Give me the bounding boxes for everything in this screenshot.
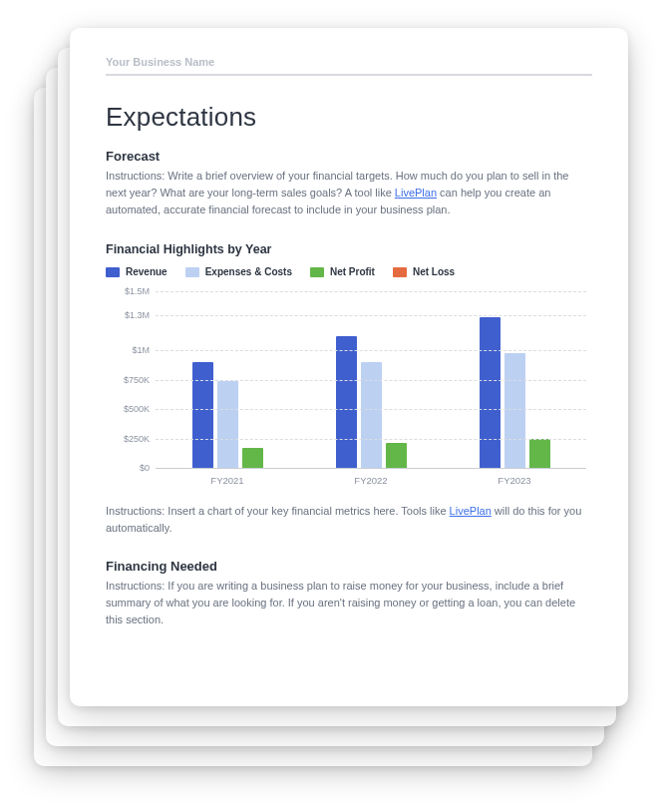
y-tick-label: $500K xyxy=(106,404,150,414)
page-title: Expectations xyxy=(106,102,592,133)
legend-swatch xyxy=(310,267,324,277)
bar xyxy=(217,381,238,468)
y-tick-label: $1M xyxy=(106,345,150,355)
y-tick-label: $1.5M xyxy=(106,286,150,296)
grid-line xyxy=(156,291,586,292)
legend-item: Net Loss xyxy=(393,266,455,277)
bar xyxy=(386,443,407,468)
grid-line xyxy=(156,350,586,351)
chart-title: Financial Highlights by Year xyxy=(106,242,592,256)
legend-label: Net Loss xyxy=(413,266,455,277)
bar xyxy=(192,362,213,468)
grid-line xyxy=(156,439,586,440)
legend-label: Revenue xyxy=(126,266,168,277)
bar xyxy=(361,362,382,468)
liveplan-link-2[interactable]: LivePlan xyxy=(450,505,492,517)
legend-swatch xyxy=(106,267,120,277)
legend-item: Revenue xyxy=(106,266,168,277)
legend-label: Expenses & Costs xyxy=(205,266,292,277)
business-name-placeholder: Your Business Name xyxy=(106,56,592,76)
y-tick-label: $1.3M xyxy=(106,310,150,320)
y-tick-label: $250K xyxy=(106,434,150,444)
legend-swatch xyxy=(185,267,199,277)
chart-plot-area: $0$250K$500K$750K$1M$1.3M$1.5M xyxy=(156,291,586,469)
page-stack: Your Business Name Expectations Forecast… xyxy=(0,0,558,678)
grid-line xyxy=(156,380,586,381)
x-tick-label: FY2021 xyxy=(156,469,299,491)
y-tick-label: $750K xyxy=(106,375,150,385)
grid-line xyxy=(156,315,586,316)
x-tick-label: FY2022 xyxy=(299,469,443,491)
x-tick-label: FY2023 xyxy=(443,469,586,491)
chart-legend: RevenueExpenses & CostsNet ProfitNet Los… xyxy=(106,266,592,277)
chart-x-axis: FY2021FY2022FY2023 xyxy=(156,469,586,491)
chart-caption: Instructions: Insert a chart of your key… xyxy=(106,503,592,537)
chart-caption-pre: Instructions: Insert a chart of your key… xyxy=(106,505,450,517)
legend-swatch xyxy=(393,267,407,277)
legend-label: Net Profit xyxy=(330,266,375,277)
bar xyxy=(336,336,357,468)
bar-chart: $0$250K$500K$750K$1M$1.3M$1.5M FY2021FY2… xyxy=(106,291,592,491)
bar xyxy=(529,439,550,469)
liveplan-link[interactable]: LivePlan xyxy=(395,187,437,199)
grid-line xyxy=(156,409,586,410)
financing-heading: Financing Needed xyxy=(106,559,592,574)
bar xyxy=(504,353,525,469)
forecast-heading: Forecast xyxy=(106,149,592,164)
bar xyxy=(480,317,501,468)
legend-item: Expenses & Costs xyxy=(185,266,292,277)
y-tick-label: $0 xyxy=(106,463,150,473)
legend-item: Net Profit xyxy=(310,266,375,277)
forecast-body: Instructions: Write a brief overview of … xyxy=(106,168,592,218)
bar xyxy=(242,448,263,468)
document-page: Your Business Name Expectations Forecast… xyxy=(70,28,628,706)
financing-body: Instructions: If you are writing a busin… xyxy=(106,578,592,628)
